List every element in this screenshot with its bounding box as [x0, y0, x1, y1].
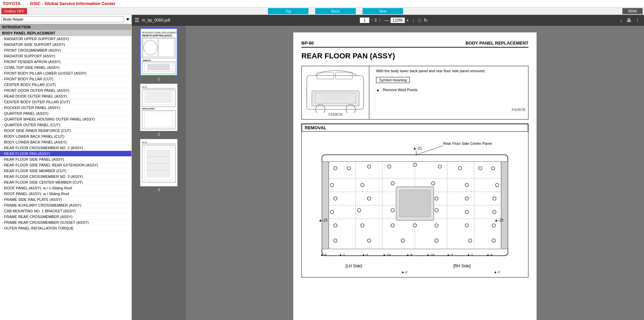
doc-figure-left: F42967A — [302, 66, 369, 119]
svg-text:▲-2: ▲-2 — [401, 270, 407, 274]
sidebar-item-16[interactable]: · ROOF SIDE INNER REINFORCE (CUT) — [0, 128, 131, 134]
sidebar-item-27[interactable]: · ROOF PANEL (ASSY): w / Sliding Roof — [0, 191, 131, 197]
svg-rect-93 — [399, 190, 430, 217]
document-view[interactable]: BP-60 BODY PANEL REPLACEMENT REAR FLOOR … — [186, 26, 644, 320]
sidebar-item-3[interactable]: · RADIATOR SUPPORT (ASSY) — [0, 53, 131, 59]
sidebar-item-32[interactable]: · FRAME REAR CROSSMEMBER GUSSET (ASSY) — [0, 220, 131, 225]
toolbar-divider2: | — [413, 18, 414, 23]
thumb-image-1[interactable]: BP-60 BODY PANEL REPLACEMENT REAR FLOOR … — [140, 28, 177, 76]
sidebar-item-9[interactable]: · FRONT DOOR OUTER PANEL (ASSY) — [0, 88, 131, 94]
sidebar-item-14[interactable]: · QUARTER WHEEL HOUSING OUTER PANEL (ASS… — [0, 116, 131, 122]
sidebar-scroll[interactable]: INTRODUCTION BODY PANEL REPLACEMENT · RA… — [0, 24, 131, 320]
sidebar-item-20[interactable]: · REAR FLOOR PAN (ASSY) — [0, 151, 131, 157]
thumb-svg-3: BP-62 — [141, 140, 177, 186]
symbol-meaning-box: Symbol meaning — [376, 77, 410, 83]
sidebar-item-25[interactable]: · REAR FLOOR SIDE CENTER MEMBER (CUT) — [0, 180, 131, 185]
gsic-title: GSIC - Global Service Information Center — [30, 1, 116, 6]
sidebar-intro-header: INTRODUCTION — [0, 24, 131, 30]
thumbnail-1[interactable]: BP-60 BODY PANEL REPLACEMENT REAR FLOOR … — [140, 28, 177, 81]
sidebar-item-2[interactable]: · FRONT CROSSMEMBER (ASSY) — [0, 48, 131, 53]
menu-icon[interactable]: ☰ — [134, 17, 139, 23]
sidebar-item-26[interactable]: · ROOF PANEL (ASSY): w / o Sliding Roof — [0, 185, 131, 191]
sidebar-item-18[interactable]: · BODY LOWER BACK PANEL (ASSY) — [0, 139, 131, 145]
sidebar-item-21[interactable]: · REAR FLOOR SIDE PANEL (ASSY) — [0, 157, 131, 162]
top-button[interactable]: Top — [268, 8, 308, 14]
toolbar-divider1: | — [379, 18, 380, 23]
svg-text:▲-4: ▲-4 — [320, 253, 327, 257]
sidebar-item-7[interactable]: · FRONT BODY PILLAR (CUT) — [0, 76, 131, 82]
brm-button[interactable]: BRM — [622, 8, 643, 14]
sidebar-item-13[interactable]: · QUARTER PANEL (ASSY) — [0, 111, 131, 116]
doc-section-title: BODY PANEL REPLACEMENT — [466, 41, 528, 46]
doc-main-title: REAR FLOOR PAN (ASSY) — [301, 52, 528, 60]
header: TOYOTA GSIC - Global Service Information… — [0, 0, 644, 7]
sidebar-item-11[interactable]: · CENTER BODY OUTER PILLAR (CUT) — [0, 99, 131, 105]
doc-header: BP-60 BODY PANEL REPLACEMENT — [301, 41, 528, 48]
zoom-in-button[interactable]: + — [405, 17, 410, 24]
outline-off-button[interactable]: Outline OFF — [1, 8, 27, 14]
sidebar-item-12[interactable]: · ROCKER OUTER PANEL (ASSY) — [0, 105, 131, 111]
sidebar-item-23[interactable]: · REAR FLOOR SIDE MEMBER (CUT) — [0, 168, 131, 174]
svg-text:Rear Floor Side Center Panel: Rear Floor Side Center Panel — [443, 141, 492, 145]
sidebar-item-19[interactable]: · REAR FLOOR CROSSMEMBER NO. 2 (ASSY) — [0, 145, 131, 151]
sidebar-item-4[interactable]: · FRONT FENDER APRON (ASSY) — [0, 59, 131, 65]
svg-text:▲-3: ▲-3 — [362, 253, 368, 257]
svg-text:▲-22: ▲-22 — [319, 218, 328, 222]
thumbnails-panel[interactable]: BP-60 BODY PANEL REPLACEMENT REAR FLOOR … — [132, 26, 186, 320]
sidebar-search-bar: ▼ — [0, 15, 131, 24]
pdf-toolbar: ☰ m_bp_0060.pdf / 3 | — + | □ ↻ ↓ 🖶 ⋮ — [132, 15, 644, 26]
svg-rect-17 — [146, 92, 171, 103]
sidebar-item-8[interactable]: · CENTER BODY PILLAR (CUT) — [0, 82, 131, 88]
more-options-button[interactable]: ⋮ — [634, 17, 641, 24]
sidebar-item-22[interactable]: · REAR FLOOR SIDE PANEL REAR EXTENSION (… — [0, 162, 131, 168]
sidebar-item-33[interactable]: · OUTER PANEL INSTALLATION TORQUE — [0, 225, 131, 231]
pdf-page-input[interactable] — [360, 18, 369, 23]
zoom-out-button[interactable]: — — [383, 17, 391, 24]
svg-rect-95 — [501, 161, 508, 249]
navbar: Outline OFF Top Back New BRM — [0, 7, 644, 15]
thumbnail-2[interactable]: BP-61 INSTALLATION 2 — [140, 84, 177, 136]
thumb-svg-1: BP-60 BODY PANEL REPLACEMENT REAR FLOOR … — [141, 29, 177, 75]
sidebar-item-24[interactable]: · REAR FLOOR CROSSMEMBER NO. 3 (ASSY) — [0, 174, 131, 180]
document-page: BP-60 BODY PANEL REPLACEMENT REAR FLOOR … — [293, 32, 537, 320]
sidebar: ▼ INTRODUCTION BODY PANEL REPLACEMENT · … — [0, 15, 132, 320]
search-scroll-indicator[interactable]: ▼ — [125, 17, 130, 22]
svg-text:▲-1: ▲-1 — [467, 253, 473, 257]
toyota-logo: TOYOTA — [3, 1, 21, 6]
pdf-total-pages: 3 — [374, 18, 377, 23]
fit-page-button[interactable]: □ — [417, 17, 422, 24]
search-input[interactable] — [1, 16, 124, 22]
back-button[interactable]: Back — [315, 8, 356, 14]
download-button[interactable]: ↓ — [619, 17, 624, 24]
page-separator: / — [371, 18, 372, 23]
svg-text:▲-1: ▲-1 — [339, 253, 345, 257]
print-button[interactable]: 🖶 — [625, 17, 633, 24]
rotate-button[interactable]: ↻ — [422, 17, 429, 24]
thumb-image-2[interactable]: BP-61 INSTALLATION — [140, 84, 177, 131]
figure-id-right: F42967B — [512, 108, 525, 112]
removal-diagram: ▲-21 Rear Floor Side Center Panel ▲-22 ▲… — [302, 134, 528, 276]
sidebar-item-28[interactable]: · FRAME SIDE RAIL PLATE (ASSY) — [0, 197, 131, 203]
new-button[interactable]: New — [363, 8, 403, 14]
svg-text:▲-22: ▲-22 — [494, 218, 503, 222]
sidebar-item-0[interactable]: · RADIATOR UPPER SUPPORT (ASSY) — [0, 36, 131, 42]
sidebar-item-5[interactable]: · COWL TOP SIDE PANEL (ASSY) — [0, 65, 131, 71]
car-figure-svg — [305, 69, 366, 113]
pdf-viewer: ☰ m_bp_0060.pdf / 3 | — + | □ ↻ ↓ 🖶 ⋮ — [132, 15, 644, 320]
thumb-image-3[interactable]: BP-62 — [140, 139, 177, 186]
removal-label: REMOVAL — [302, 124, 528, 132]
sidebar-item-6[interactable]: · FRONT BODY PILLAR LOWER GUSSET (ASSY) — [0, 71, 131, 76]
sidebar-item-29[interactable]: · FRAME AUXILIARY CROSSMEMBER (ASSY) — [0, 203, 131, 208]
sidebar-item-17[interactable]: · BODY LOWER BACK PANEL (CUT) — [0, 134, 131, 139]
sidebar-item-15[interactable]: · QUARTER OUTER PANEL (CUT) — [0, 122, 131, 128]
zoom-input[interactable] — [391, 18, 405, 23]
sidebar-item-10[interactable]: · REAR DOOR OUTER PANEL (ASSY) — [0, 94, 131, 99]
sidebar-item-30[interactable]: · CAB MOUNTING NO. 1 BRACKET (ASSY) — [0, 208, 131, 214]
thumbnail-3[interactable]: BP-62 3 — [140, 139, 177, 192]
doc-figure-right: With the body lower back panel and rear … — [373, 66, 528, 119]
doc-bp-label: BP-60 — [301, 41, 314, 46]
svg-text:BP-62: BP-62 — [142, 141, 147, 143]
sidebar-item-1[interactable]: · RADIATOR SIDE SUPPORT (ASSY) — [0, 42, 131, 48]
svg-text:[RH Side]: [RH Side] — [453, 264, 471, 268]
sidebar-item-31[interactable]: · FRAME REAR CROSSMEMBER (ASSY) — [0, 214, 131, 220]
